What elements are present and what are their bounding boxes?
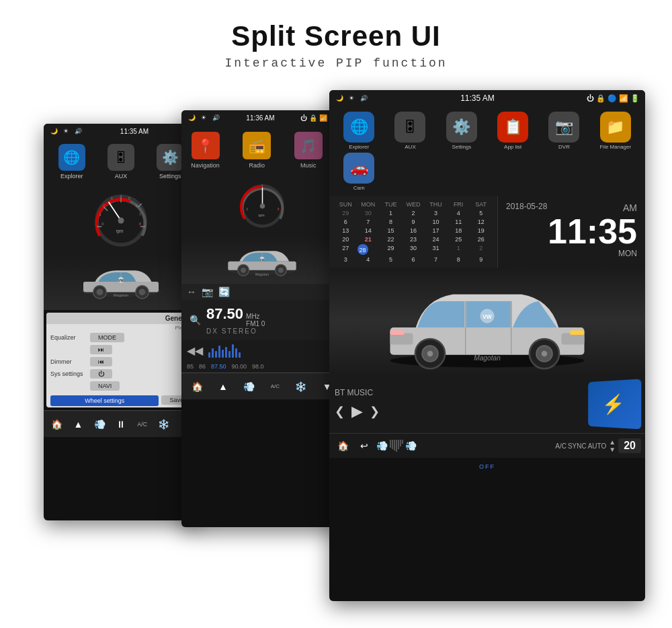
s3-cal-3: 3 — [425, 209, 447, 217]
s2-wave-8 — [232, 344, 234, 358]
s1-aux-app[interactable]: 🎛 AUX — [98, 144, 143, 180]
screen-3: 🌙 ☀ 🔊 11:35 AM ⏻ 🔒 🔵 📶 🔋 🌐 Explorer 🎛 AU — [329, 90, 645, 601]
s3-cal-4b: 4 — [358, 256, 380, 264]
s2-radio-area: 🔍 87.50 MHz FM1 0 DX STEREO — [181, 300, 343, 340]
s3-settings-app[interactable]: ⚙️ Settings — [437, 112, 486, 150]
s3-down-btn[interactable]: ▼ — [609, 446, 616, 453]
s1-up-btn[interactable]: ▲ — [69, 415, 88, 434]
s1-fan-btn[interactable]: 💨 — [90, 415, 109, 434]
s2-moon-icon: 🌙 — [187, 113, 196, 122]
s1-forward-btn[interactable]: ⏭ — [90, 345, 112, 354]
s3-cal-17: 17 — [425, 227, 447, 235]
s3-up-down-btns: ▲ ▼ — [609, 438, 616, 453]
s3-aux-app[interactable]: 🎛 AUX — [386, 112, 434, 150]
s1-navi-btn[interactable]: NAVI — [90, 381, 120, 391]
s2-bt-icon: 🔒 — [309, 114, 317, 122]
s1-explorer-app[interactable]: 🌐 Explorer — [49, 144, 94, 180]
s2-volume-icon: 🔊 — [211, 113, 220, 122]
s2-freq-85[interactable]: 85 — [187, 363, 194, 370]
s1-forward-row: ⏭ — [46, 344, 196, 356]
s2-refresh-icon[interactable]: 🔄 — [218, 286, 230, 297]
s3-dvr-app[interactable]: 📷 DVR — [540, 112, 588, 150]
svg-text:4: 4 — [120, 194, 122, 198]
s3-settings-icon: ⚙️ — [446, 112, 477, 143]
s2-radio-label: Radio — [249, 162, 265, 169]
s3-home-btn[interactable]: 🏠 — [333, 436, 352, 455]
s3-cal-30: 30 — [358, 209, 380, 217]
svg-text:3: 3 — [111, 196, 113, 200]
s3-cal-6b: 6 — [403, 256, 425, 264]
s3-fan-bar-5 — [398, 440, 399, 449]
s2-freq-value: 87.50 — [206, 305, 243, 323]
s3-aux-label: AUX — [405, 144, 415, 150]
s1-status-left: 🌙 ☀ 🔊 — [49, 126, 83, 136]
s2-navigation-app[interactable]: 📍 Navigation — [187, 132, 224, 169]
s2-freq-8750[interactable]: 87.50 — [211, 363, 226, 370]
s2-home-btn[interactable]: 🏠 — [187, 377, 206, 396]
s2-freq-unit: MHz — [246, 313, 265, 320]
s3-cal-29: 29 — [335, 209, 357, 217]
s2-car-area: VW Magotan — [181, 237, 343, 284]
s2-freq-9000[interactable]: 90.00 — [232, 363, 247, 370]
s3-cam-app[interactable]: 🚗 Cam — [335, 153, 383, 191]
s3-next-btn[interactable]: ❯ — [370, 404, 380, 419]
s3-fan-bar-1 — [390, 440, 391, 448]
page-header: Split Screen UI Interactive PIP function — [0, 0, 672, 70]
svg-rect-53 — [570, 330, 584, 335]
svg-rect-55 — [390, 330, 405, 335]
s1-car-svg: VW Magotan — [74, 262, 168, 302]
screen-2: 🌙 ☀ 🔊 11:36 AM ⏻ 🔒 📶 🔋 📍 Navigation 📻 Ra… — [181, 110, 343, 527]
svg-point-7 — [118, 218, 124, 224]
s1-pause-btn[interactable]: ⏸ — [112, 415, 130, 434]
s2-brightness-icon: ☀ — [199, 113, 208, 122]
s2-wave-7 — [228, 351, 230, 358]
s2-radio-app[interactable]: 📻 Radio — [239, 132, 276, 169]
s3-cal-19: 19 — [470, 227, 492, 235]
s3-applist-app[interactable]: 📋 App list — [489, 112, 537, 150]
s3-fan-bar-7 — [402, 440, 403, 444]
s3-cal-14: 14 — [358, 227, 380, 235]
s3-ac-item: A/C SYNC AUTO — [555, 442, 606, 450]
s3-bt-area: BT MUSIC ❮ ▶ ❯ ⚡ — [329, 375, 645, 433]
s3-fan-bar-6 — [400, 440, 401, 446]
s3-cal-28: 28 — [358, 244, 368, 255]
s2-fan-btn[interactable]: 💨 — [240, 377, 259, 396]
s2-music-app[interactable]: 🎵 Music — [290, 132, 327, 169]
s3-cal-30b: 30 — [403, 244, 425, 255]
s1-brightness-icon: ☀ — [61, 126, 71, 136]
s1-wheel-btn[interactable]: Wheel settings — [50, 395, 159, 406]
s3-play-btn[interactable]: ▶ — [351, 403, 363, 420]
s2-cam-icon[interactable]: 📷 — [202, 286, 213, 297]
s1-home-btn[interactable]: 🏠 — [48, 415, 67, 434]
s3-cal-sat: SAT — [470, 200, 492, 208]
s3-big-clock: 11:35 — [506, 214, 637, 249]
svg-text:rpm: rpm — [116, 229, 124, 234]
s1-power-btn[interactable]: ⏻ — [90, 369, 112, 379]
s2-nav-grid: 📍 Navigation 📻 Radio 🎵 Music — [181, 125, 343, 175]
s1-rewind-btn[interactable]: ⏮ — [90, 357, 112, 366]
s3-cal-31: 31 — [425, 244, 447, 255]
s3-cal-2: 2 — [403, 209, 425, 217]
s3-explorer-app[interactable]: 🌐 Explorer — [335, 112, 383, 150]
s3-lock-icon: 🔒 — [596, 94, 605, 103]
s3-up-btn[interactable]: ▲ — [609, 438, 616, 446]
s1-mode-btn[interactable]: MODE — [90, 333, 124, 342]
s2-freq-9800[interactable]: 98.0 — [252, 363, 264, 370]
svg-text:Magotan: Magotan — [114, 293, 128, 297]
s3-cal-13: 13 — [335, 227, 357, 235]
s3-back-btn[interactable]: ↩ — [355, 436, 374, 455]
s2-freq-86[interactable]: 86 — [199, 363, 206, 370]
s2-up-btn[interactable]: ▲ — [214, 377, 233, 396]
svg-line-6 — [109, 202, 121, 221]
s3-car-svg: VW Magotan — [373, 273, 601, 370]
svg-text:VW: VW — [260, 258, 265, 261]
s3-cal-4: 4 — [448, 209, 470, 217]
s2-eq-icon[interactable]: ↔ — [187, 286, 196, 297]
s2-radio-icon: 📻 — [243, 132, 271, 159]
s2-ac-label: A/C — [265, 377, 284, 396]
s3-prev-btn[interactable]: ❮ — [335, 404, 345, 419]
s3-filemanager-app[interactable]: 📁 File Manager — [591, 112, 640, 150]
svg-text:7: 7 — [139, 212, 141, 217]
s2-prev-btn[interactable]: ◀◀ — [187, 344, 203, 357]
s3-aux-icon: 🎛 — [394, 112, 425, 143]
